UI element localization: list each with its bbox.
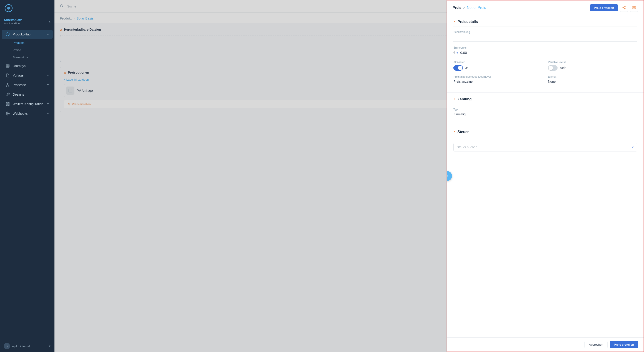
einheit-value: None	[548, 80, 637, 83]
svg-line-24	[624, 7, 625, 8]
aktivieren-value: Ja	[465, 66, 468, 70]
avatar: ei	[4, 343, 10, 349]
svg-rect-1	[6, 64, 9, 68]
variable-preise-toggle[interactable]	[548, 65, 558, 71]
share-button[interactable]	[620, 4, 628, 12]
footer-chevron-icon: ∨	[49, 344, 51, 348]
svg-line-8	[6, 84, 8, 86]
steuer-dropdown-chevron-icon: ∨	[632, 145, 634, 149]
svg-point-6	[6, 86, 7, 87]
sidebar-item-webhooks[interactable]: Webhooks ∨	[2, 109, 53, 118]
sidebar-item-steuersatze[interactable]: Steuersätze	[2, 54, 53, 61]
einheit-field: Einheit None	[548, 75, 637, 83]
beschreibung-label: Beschreibung	[454, 31, 637, 34]
sidebar-item-weitere-konfiguration[interactable]: Weitere Konfiguration ∨	[2, 100, 53, 109]
preisdetails-chevron-icon: ∧	[454, 20, 456, 24]
steuer-chevron-icon: ∧	[454, 130, 456, 134]
modus-einheit-row: Preisanzeigemodus (Journeys) Preis anzei…	[454, 75, 637, 83]
aktivieren-toggle[interactable]	[454, 65, 463, 71]
sidebar-item-preise[interactable]: Preise	[2, 47, 53, 54]
svg-point-7	[8, 86, 9, 87]
beschreibung-input[interactable]	[454, 35, 637, 42]
svg-rect-28	[634, 8, 636, 9]
sidebar-item-produkt-hub[interactable]: Produkt-Hub ∧	[2, 30, 53, 39]
file-icon	[6, 73, 10, 78]
sidebar: Arbeitsplatz Konfiguration ∧ Produkt-Hub…	[0, 0, 54, 352]
steuer-section: ∧ Steuer	[447, 125, 644, 143]
svg-point-21	[623, 7, 624, 8]
sidebar-item-label-webhooks: Webhooks	[13, 112, 44, 115]
panel-actions: Preis erstellen	[590, 4, 638, 12]
currency-dropdown[interactable]: ∨	[456, 51, 458, 54]
workspace-sub: Konfiguration	[4, 22, 22, 25]
aktivieren-toggle-field: Ja	[454, 65, 542, 71]
typ-field: Typ Einmalig	[454, 108, 637, 116]
sidebar-footer[interactable]: ei epilot internal ∨	[0, 340, 54, 352]
panel-breadcrumb-separator-icon: >	[463, 6, 465, 10]
currency-symbol: €	[454, 51, 455, 55]
diagram-icon	[6, 83, 10, 87]
sidebar-item-label-journeys: Journeys	[13, 64, 49, 68]
einheit-label: Einheit	[548, 75, 637, 78]
toggles-row: Aktivieren Ja Variable Preise	[454, 61, 637, 71]
typ-value: Einmalig	[454, 112, 637, 116]
table-icon	[6, 64, 10, 68]
svg-rect-12	[6, 105, 7, 106]
produkt-hub-chevron-icon: ∧	[47, 33, 49, 36]
grid-view-button[interactable]	[630, 4, 638, 12]
footer-create-button[interactable]: Preis erstellen	[610, 341, 638, 348]
steuer-header: ∧ Steuer	[454, 130, 637, 137]
preisanzeigemodus-label: Preisanzeigemodus (Journeys)	[454, 75, 542, 78]
app-logo-icon	[4, 4, 13, 12]
sidebar-item-vorlagen[interactable]: Vorlagen ∨	[2, 71, 53, 80]
sidebar-item-label-produkt-hub: Produkt-Hub	[13, 33, 44, 36]
workspace-name: Arbeitsplatz	[4, 18, 22, 22]
variable-preise-label: Variable Preise	[548, 61, 637, 64]
vorlagen-chevron-icon: ∨	[47, 74, 49, 77]
beschreibung-field: Beschreibung	[454, 31, 637, 42]
svg-rect-10	[6, 102, 7, 104]
svg-rect-13	[8, 105, 9, 106]
workspace-header[interactable]: Arbeitsplatz Konfiguration ∧	[4, 18, 51, 25]
svg-point-5	[8, 83, 8, 84]
steuer-search-dropdown[interactable]: Steuer suchen ∨	[454, 143, 637, 151]
panel-breadcrumb-root: Preis	[452, 6, 461, 10]
steuer-title: Steuer	[458, 130, 469, 134]
zahlung-chevron-icon: ∧	[454, 97, 456, 101]
weitere-chevron-icon: ∨	[47, 102, 49, 106]
sidebar-item-journeys[interactable]: Journeys	[2, 61, 53, 70]
currency-dropdown-chevron-icon: ∨	[456, 51, 458, 54]
sidebar-nav: Produkt-Hub ∧ Produkte Preise Steuersätz…	[0, 28, 54, 120]
svg-point-20	[624, 6, 626, 7]
preisdetails-section: ∧ Preisdetails Beschreibung Bruttopreis …	[447, 15, 644, 93]
bruttopreis-field: Bruttopreis € ∨ 0,00	[454, 46, 637, 56]
variable-preise-toggle-field: Nein	[548, 65, 637, 71]
prozesse-chevron-icon: ∨	[47, 83, 49, 87]
variable-preise-toggle-knob	[548, 66, 553, 70]
sidebar-item-prozesse[interactable]: Prozesse ∨	[2, 80, 53, 90]
sidebar-item-label-vorlagen: Vorlagen	[13, 74, 44, 77]
variable-preise-value: Nein	[560, 66, 566, 70]
cube-icon	[6, 32, 10, 37]
panel-breadcrumb-current: Neuer Preis	[467, 6, 486, 10]
svg-line-23	[624, 8, 625, 9]
panel-header: Preis > Neuer Preis Preis erstellen	[447, 1, 644, 15]
webhooks-chevron-icon: ∨	[47, 112, 49, 115]
panel-footer: Abbrechen Preis erstellen	[447, 337, 644, 351]
variable-preise-field: Variable Preise Nein	[548, 61, 637, 71]
aktivieren-label: Aktivieren	[454, 61, 542, 64]
sidebar-item-designs[interactable]: Designs	[2, 90, 53, 99]
sidebar-item-label-designs: Designs	[13, 93, 49, 96]
footer-label: epilot internal	[12, 344, 46, 348]
bruttopreis-label: Bruttopreis	[454, 46, 637, 49]
svg-rect-25	[633, 6, 634, 8]
panel-create-button[interactable]: Preis erstellen	[590, 4, 618, 11]
svg-point-22	[624, 9, 626, 9]
workspace-chevron-icon: ∧	[49, 20, 51, 23]
cancel-button[interactable]: Abbrechen	[584, 341, 608, 348]
sidebar-item-produkte[interactable]: Produkte	[2, 39, 53, 46]
workspace-section[interactable]: Arbeitsplatz Konfiguration ∧	[0, 16, 54, 28]
preisdetails-title: Preisdetails	[458, 20, 478, 24]
typ-label: Typ	[454, 108, 637, 111]
zahlung-section: ∧ Zahlung Typ Einmalig	[447, 93, 644, 125]
